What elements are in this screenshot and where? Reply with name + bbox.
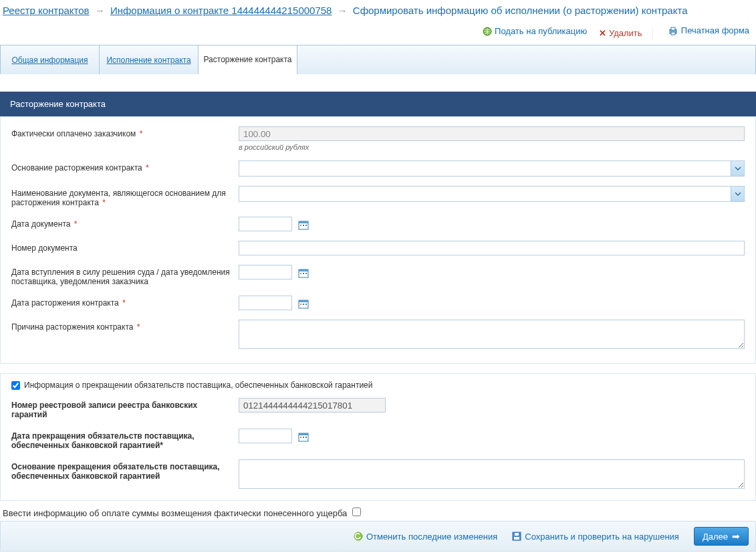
docname-select[interactable] <box>239 186 745 202</box>
svg-rect-6 <box>300 225 301 226</box>
calendar-icon[interactable] <box>298 219 309 230</box>
termdate-input[interactable] <box>239 296 292 310</box>
tab-general[interactable]: Общая информация <box>1 45 100 74</box>
chevron-down-icon <box>731 161 744 176</box>
save-check-action[interactable]: Сохранить и проверить на нарушения <box>512 532 679 542</box>
docdate-label: Дата документа * <box>11 217 239 229</box>
stopdate-input[interactable] <box>239 429 292 443</box>
svg-rect-17 <box>303 304 304 305</box>
cancel-changes-action[interactable]: Отменить последние изменения <box>354 532 497 542</box>
action-bar: Подать на публикацию ✕ Удалить Печатная … <box>0 20 756 45</box>
breadcrumb-current: Сформировать информацию об исполнении (о… <box>353 5 688 16</box>
termdate-label: Дата расторжения контракта * <box>11 296 239 308</box>
calendar-icon[interactable] <box>298 298 309 309</box>
breadcrumb: Реестр контрактов → Информация о контрак… <box>0 0 756 20</box>
courtdate-label: Дата вступления в силу решения суда / да… <box>11 265 239 286</box>
docdate-input[interactable] <box>239 217 292 231</box>
damage-row: Ввести информацию об оплате суммы возмещ… <box>0 501 756 521</box>
svg-rect-3 <box>671 32 675 35</box>
close-icon: ✕ <box>599 28 606 38</box>
docname-label: Наименование документа, являющегося осно… <box>11 186 239 207</box>
paid-input <box>239 126 745 141</box>
save-icon <box>512 532 521 541</box>
guarantee-checkbox[interactable] <box>11 381 20 390</box>
svg-rect-23 <box>305 437 307 438</box>
svg-rect-5 <box>299 221 308 223</box>
breadcrumb-link-contract[interactable]: Информация о контракте 14444444421500075… <box>110 5 332 16</box>
globe-icon <box>483 27 492 36</box>
tab-execution[interactable]: Исполнение контракта <box>100 45 199 74</box>
print-action[interactable]: Печатная форма <box>668 25 749 36</box>
svg-rect-27 <box>515 533 519 536</box>
svg-rect-2 <box>671 27 675 30</box>
calendar-icon[interactable] <box>298 431 309 442</box>
arrow-right-icon: ➡ <box>732 531 740 542</box>
tab-termination[interactable]: Расторжение контракта <box>199 45 297 74</box>
svg-rect-16 <box>300 304 301 305</box>
next-button[interactable]: Далее ➡ <box>694 527 749 546</box>
chevron-right-icon: → <box>95 5 105 16</box>
delete-action[interactable]: ✕ Удалить <box>599 28 642 38</box>
svg-rect-22 <box>303 437 304 438</box>
printer-icon <box>668 25 678 36</box>
chevron-right-icon: → <box>338 5 348 16</box>
stopbasis-textarea[interactable] <box>239 459 745 489</box>
termination-form: Фактически оплачено заказчиком * в росси… <box>0 116 756 364</box>
reason-label: Причина расторжения контракта * <box>11 320 239 332</box>
paid-label: Фактически оплачено заказчиком * <box>11 126 239 138</box>
chevron-down-icon <box>731 187 744 201</box>
svg-rect-10 <box>299 269 308 271</box>
damage-label: Ввести информацию об оплате суммы возмещ… <box>3 508 347 518</box>
publish-action[interactable]: Подать на публикацию <box>483 26 587 36</box>
svg-rect-26 <box>514 537 519 540</box>
svg-rect-13 <box>305 273 307 274</box>
bottom-bar: Отменить последние изменения Сохранить и… <box>0 521 756 552</box>
reason-textarea[interactable] <box>239 320 745 349</box>
svg-rect-7 <box>303 225 304 226</box>
guarantee-panel: Информация о прекращении обязательств по… <box>0 373 756 501</box>
calendar-icon[interactable] <box>298 267 309 278</box>
stopdate-label: Дата прекращения обязательств поставщика… <box>11 429 239 450</box>
regnum-input <box>239 398 386 413</box>
undo-icon <box>354 532 363 541</box>
damage-checkbox[interactable] <box>352 508 361 516</box>
svg-rect-12 <box>303 273 304 274</box>
stopbasis-label: Основание прекращения обязательств поста… <box>11 459 239 481</box>
svg-rect-20 <box>299 433 308 435</box>
breadcrumb-link-registry[interactable]: Реестр контрактов <box>3 5 90 16</box>
regnum-label: Номер реестровой записи реестра банковск… <box>11 398 239 419</box>
svg-rect-11 <box>300 273 301 274</box>
svg-rect-18 <box>305 304 307 305</box>
guarantee-checkbox-label: Информация о прекращении обязательств по… <box>24 380 372 390</box>
courtdate-input[interactable] <box>239 265 292 280</box>
svg-rect-21 <box>300 437 301 438</box>
basis-label: Основание расторжения контракта * <box>11 160 239 173</box>
docnum-input[interactable] <box>239 241 745 255</box>
tabs: Общая информация Исполнение контракта Ра… <box>0 45 756 74</box>
svg-rect-8 <box>305 225 307 226</box>
panel-title: Расторжение контракта <box>0 92 756 116</box>
paid-hint: в российский рублях <box>239 143 745 151</box>
svg-rect-15 <box>299 300 308 302</box>
docnum-label: Номер документа <box>11 241 239 253</box>
basis-select[interactable] <box>239 160 745 177</box>
